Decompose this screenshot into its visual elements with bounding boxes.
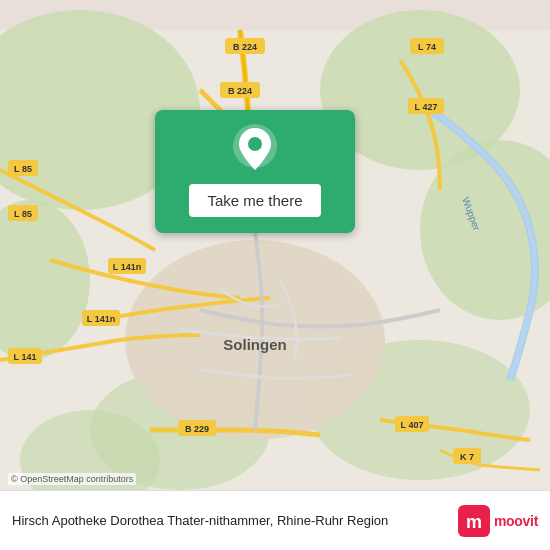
svg-point-37 <box>248 137 262 151</box>
svg-text:B 229: B 229 <box>185 424 209 434</box>
svg-text:L 141n: L 141n <box>87 314 115 324</box>
moovit-text: moovit <box>494 513 538 529</box>
svg-text:m: m <box>466 512 482 532</box>
svg-text:L 74: L 74 <box>418 42 436 52</box>
svg-text:Solingen: Solingen <box>223 336 286 353</box>
moovit-icon: m <box>458 505 490 537</box>
svg-text:L 141n: L 141n <box>113 262 141 272</box>
svg-text:L 427: L 427 <box>415 102 438 112</box>
copyright-text: © OpenStreetMap contributors <box>8 473 136 485</box>
location-pin-icon <box>231 126 279 174</box>
svg-text:B 224: B 224 <box>233 42 257 52</box>
svg-text:L 141: L 141 <box>14 352 37 362</box>
action-card: Take me there <box>155 110 355 233</box>
svg-text:K 7: K 7 <box>460 452 474 462</box>
place-name: Hirsch Apotheke Dorothea Thater-nithamme… <box>12 513 388 528</box>
moovit-logo: m moovit <box>458 505 538 537</box>
place-info: Hirsch Apotheke Dorothea Thater-nithamme… <box>12 511 458 530</box>
svg-text:L 85: L 85 <box>14 209 32 219</box>
take-me-there-button[interactable]: Take me there <box>189 184 320 217</box>
bottom-bar: Hirsch Apotheke Dorothea Thater-nithamme… <box>0 490 550 550</box>
map-container: B 224 B 224 L 74 L 427 L 85 L 85 L 141n … <box>0 0 550 550</box>
map-background: B 224 B 224 L 74 L 427 L 85 L 85 L 141n … <box>0 0 550 550</box>
svg-text:L 407: L 407 <box>401 420 424 430</box>
svg-text:B 224: B 224 <box>228 86 252 96</box>
svg-text:L 85: L 85 <box>14 164 32 174</box>
